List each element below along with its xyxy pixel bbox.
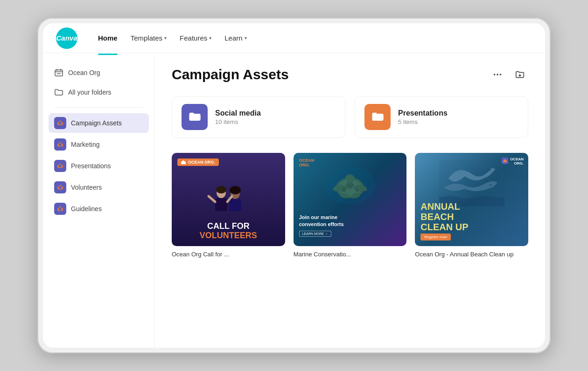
more-options-button[interactable] [489, 66, 506, 83]
new-folder-button[interactable] [511, 66, 528, 83]
svg-point-15 [230, 186, 241, 194]
presentations-count: 5 items [398, 118, 448, 125]
sidebar-guidelines-label: Guidelines [71, 205, 102, 213]
svg-point-31 [490, 184, 491, 186]
svg-point-6 [497, 74, 498, 76]
svg-line-16 [209, 196, 215, 202]
presentations-name: Presentations [398, 109, 448, 117]
page-title: Campaign Assets [172, 67, 289, 82]
assets-grid: OCEAN ORG. CALL FOR VOLUNTEERS Ocean Org… [172, 153, 528, 258]
main-body: Ocean Org All your folders [43, 53, 545, 348]
social-media-count: 10 items [215, 118, 261, 125]
asset-label-beach: Ocean Org - Annual Beach Clean up [415, 251, 528, 258]
folder-info-presentations: Presentations 5 items [398, 109, 448, 125]
social-media-name: Social media [215, 109, 261, 117]
logo-text: Canva [56, 34, 77, 42]
nav-home-label: Home [98, 34, 118, 42]
thumb-volunteers-headline: CALL FOR [177, 222, 280, 231]
asset-thumb-volunteers: OCEAN ORG. CALL FOR VOLUNTEERS [172, 153, 285, 246]
top-nav: Canva Home Templates ▾ Features ▾ Learn … [43, 23, 545, 53]
chevron-down-icon: ▾ [164, 35, 167, 41]
sidebar: Ocean Org All your folders [43, 53, 155, 348]
sidebar-volunteers-label: Volunteers [71, 184, 102, 191]
sidebar-marketing-label: Marketing [71, 141, 99, 148]
header-actions [489, 66, 528, 83]
device-frame: Canva Home Templates ▾ Features ▾ Learn … [37, 18, 551, 353]
thumb-marine-cta: LEARN MORE → [299, 231, 331, 237]
chevron-down-icon: ▾ [209, 35, 211, 41]
nav-learn[interactable]: Learn ▾ [219, 31, 252, 45]
asset-label-volunteers: Ocean Org Call for ... [172, 251, 285, 258]
asset-item-volunteers[interactable]: OCEAN ORG. CALL FOR VOLUNTEERS Ocean Org… [172, 153, 285, 258]
asset-thumb-beach: OCEANORG. ANNUALBEACHCLEAN UP Register n… [415, 153, 528, 246]
thumb-marine-text: Join our marineconvention efforts [299, 214, 401, 227]
sidebar-presentations-label: Presentations [71, 162, 111, 170]
nav-active-indicator [98, 54, 118, 55]
hand-icon-guidelines [54, 203, 66, 215]
sidebar-item-all-folders[interactable]: All your folders [49, 84, 149, 101]
nav-templates-label: Templates [131, 34, 162, 42]
sidebar-item-volunteers[interactable]: Volunteers [49, 178, 149, 197]
sidebar-item-presentations[interactable]: Presentations [49, 156, 149, 176]
svg-rect-11 [215, 198, 227, 211]
nav-home[interactable]: Home [92, 31, 123, 45]
thumb-volunteers-text: CALL FOR VOLUNTEERS [177, 222, 280, 240]
nav-templates[interactable]: Templates ▾ [125, 31, 172, 45]
thumb-marine-logo: OCEAN ORG. [299, 158, 315, 168]
thumb-marine-headline: Join our marineconvention efforts [299, 214, 401, 227]
svg-point-30 [489, 169, 490, 171]
asset-item-beach[interactable]: OCEANORG. ANNUALBEACHCLEAN UP Register n… [415, 153, 528, 258]
hand-icon-presentations [54, 160, 66, 172]
content-header: Campaign Assets [172, 66, 528, 83]
hand-icon-marketing [54, 138, 66, 151]
app-window: Canva Home Templates ▾ Features ▾ Learn … [43, 23, 545, 348]
folder-card-presentations[interactable]: Presentations 5 items [355, 96, 528, 138]
svg-point-5 [494, 74, 496, 76]
nav-learn-label: Learn [224, 34, 242, 42]
thumb-beach-logo: OCEANORG. [502, 158, 524, 166]
sidebar-org-label: Ocean Org [68, 69, 100, 76]
asset-item-marine[interactable]: OCEAN ORG. Join our marineconvention eff… [294, 153, 407, 258]
sidebar-folders-label: All your folders [68, 89, 112, 96]
sidebar-item-campaign-assets[interactable]: Campaign Assets [49, 113, 149, 133]
nav-features[interactable]: Features ▾ [174, 31, 217, 45]
chevron-down-icon: ▾ [245, 35, 247, 41]
thumb-beach-text: ANNUALBEACHCLEAN UP [420, 201, 523, 232]
thumb-volunteers-subline: VOLUNTEERS [177, 231, 280, 240]
logo[interactable]: Canva [56, 27, 77, 49]
svg-point-24 [345, 174, 355, 183]
content-area: Campaign Assets [155, 53, 545, 348]
sidebar-divider [54, 107, 143, 108]
subfolder-cards: Social media 10 items Presentations [172, 96, 528, 138]
sidebar-campaign-label: Campaign Assets [71, 119, 122, 127]
sidebar-item-guidelines[interactable]: Guidelines [49, 199, 149, 219]
svg-rect-0 [55, 70, 63, 76]
sidebar-item-org[interactable]: Ocean Org [49, 64, 149, 81]
folder-icon-orange [364, 104, 391, 130]
hand-icon-campaign [54, 117, 66, 129]
svg-point-14 [216, 186, 226, 193]
nav-features-label: Features [180, 34, 207, 42]
asset-label-marine: Marine Conservatio... [294, 251, 407, 258]
org-icon [54, 68, 63, 77]
thumb-volunteers-logo: OCEAN ORG. [177, 158, 219, 166]
folder-card-social-media[interactable]: Social media 10 items [172, 96, 345, 138]
folder-info-social: Social media 10 items [215, 109, 261, 125]
sidebar-item-marketing[interactable]: Marketing [49, 135, 149, 154]
folder-icon [54, 88, 63, 97]
svg-point-7 [500, 74, 502, 76]
svg-rect-13 [229, 199, 241, 211]
thumb-beach-cta: Register now! [420, 234, 451, 240]
hand-icon-volunteers [54, 181, 66, 193]
asset-thumb-marine: OCEAN ORG. Join our marineconvention eff… [294, 153, 407, 246]
thumb-beach-headline: ANNUALBEACHCLEAN UP [420, 201, 523, 232]
nav-links: Home Templates ▾ Features ▾ Learn ▾ [92, 31, 252, 45]
folder-icon-purple [182, 104, 208, 130]
